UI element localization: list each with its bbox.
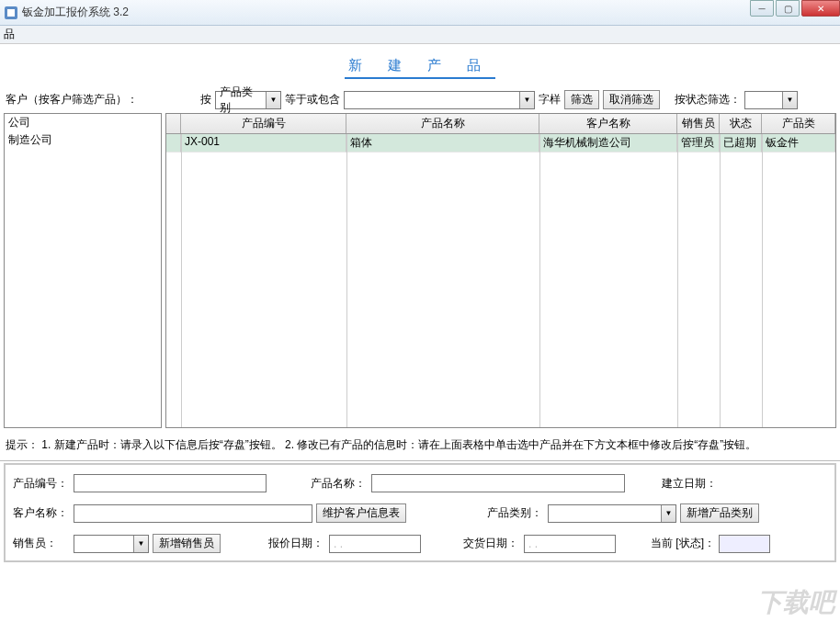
col-header-category[interactable]: 产品类	[762, 114, 835, 133]
app-icon	[4, 6, 18, 20]
maintain-customer-button[interactable]: 维护客户信息表	[316, 503, 406, 523]
window-title: 钣金加工报价系统 3.2	[22, 5, 836, 20]
cell-product-no: JX-001	[181, 134, 346, 153]
menu-bar: 品	[0, 26, 840, 44]
cell-status: 已超期	[720, 134, 762, 153]
row-selector[interactable]	[166, 134, 181, 153]
category-label: 产品类别：	[487, 505, 544, 521]
filter-bar: 客户（按客户筛选产品）： 按 产品类别 ▼ 等于或包含 ▼ 字样 筛选 取消筛选…	[0, 86, 840, 113]
chevron-down-icon: ▼	[133, 536, 148, 552]
customer-sidebar[interactable]: 公司 制造公司	[4, 113, 162, 428]
salesman-select[interactable]: ▼	[74, 535, 149, 553]
add-salesman-button[interactable]: 新增销售员	[153, 534, 221, 553]
product-name-label: 产品名称：	[311, 476, 368, 492]
table-row[interactable]: JX-001 箱体 海华机械制造公司 管理员 已超期 钣金件	[166, 134, 835, 153]
current-status-label: 当前 [状态]：	[651, 536, 715, 551]
add-category-button[interactable]: 新增产品类别	[680, 503, 759, 523]
sidebar-item[interactable]: 公司	[5, 114, 161, 131]
product-name-input[interactable]	[371, 474, 625, 492]
status-filter-label: 按状态筛选：	[675, 92, 741, 107]
suffix-label: 字样	[539, 92, 561, 107]
maximize-button[interactable]: ▢	[776, 0, 800, 17]
col-header-product-no[interactable]: 产品编号	[181, 114, 346, 133]
product-no-label: 产品编号：	[13, 476, 70, 492]
minimize-button[interactable]: ─	[750, 0, 774, 17]
condition-label: 等于或包含	[285, 92, 340, 107]
close-button[interactable]: ✕	[801, 0, 840, 17]
menu-item[interactable]: 品	[4, 27, 15, 42]
chevron-down-icon: ▼	[661, 505, 675, 522]
customer-name-input[interactable]	[74, 504, 312, 523]
grid-header: 产品编号 产品名称 客户名称 销售员 状态 产品类	[166, 114, 835, 134]
status-filter-combo[interactable]: ▼	[744, 91, 798, 109]
salesman-label: 销售员：	[13, 536, 70, 551]
watermark: 下载吧	[757, 585, 834, 620]
current-status-display	[719, 535, 770, 553]
quote-date-label: 报价日期：	[268, 536, 325, 551]
delivery-date-label: 交货日期：	[463, 536, 520, 551]
filter-button[interactable]: 筛选	[564, 90, 599, 109]
product-form: 产品编号： 产品名称： 建立日期： 客户名称： 维护客户信息表 产品类别： ▼ …	[4, 463, 836, 562]
window-titlebar: 钣金加工报价系统 3.2 ─ ▢ ✕	[0, 0, 840, 26]
page-heading: 新 建 产 品	[345, 57, 496, 79]
sidebar-item[interactable]: 制造公司	[5, 131, 161, 149]
chevron-down-icon: ▼	[519, 92, 534, 108]
category-combo[interactable]: 产品类别 ▼	[215, 91, 281, 109]
page-heading-row: 新 建 产 品	[0, 44, 840, 86]
category-select[interactable]: ▼	[548, 504, 676, 523]
col-header-salesman[interactable]: 销售员	[677, 114, 720, 133]
cell-category: 钣金件	[762, 134, 835, 153]
delivery-date-input[interactable]: . .	[524, 535, 616, 553]
filter-value-combo[interactable]: ▼	[344, 91, 535, 109]
cell-salesman: 管理员	[677, 134, 720, 153]
customer-filter-label: 客户（按客户筛选产品）：	[6, 92, 138, 107]
hint-text: 提示： 1. 新建产品时：请录入以下信息后按“存盘”按钮。 2. 修改已有产品的…	[0, 428, 840, 461]
chevron-down-icon: ▼	[782, 92, 797, 108]
grid-body: JX-001 箱体 海华机械制造公司 管理员 已超期 钣金件	[166, 134, 835, 427]
svg-rect-1	[7, 9, 15, 17]
cancel-filter-button[interactable]: 取消筛选	[603, 90, 660, 109]
customer-name-label: 客户名称：	[13, 505, 70, 521]
by-label: 按	[200, 92, 211, 107]
col-header-status[interactable]: 状态	[720, 114, 762, 133]
cell-product-name: 箱体	[346, 134, 539, 153]
cell-customer: 海华机械制造公司	[539, 134, 677, 153]
create-date-label: 建立日期：	[662, 476, 719, 492]
category-combo-text: 产品类别	[216, 85, 266, 116]
chevron-down-icon: ▼	[266, 92, 280, 108]
window-controls: ─ ▢ ✕	[748, 0, 840, 17]
col-header-product-name[interactable]: 产品名称	[346, 114, 539, 133]
col-header-customer[interactable]: 客户名称	[539, 114, 677, 133]
col-header[interactable]	[166, 114, 181, 133]
product-grid[interactable]: 产品编号 产品名称 客户名称 销售员 状态 产品类 JX-001 箱体 海华机械…	[165, 113, 836, 428]
quote-date-input[interactable]: . .	[329, 535, 421, 553]
product-no-input[interactable]	[74, 474, 267, 492]
